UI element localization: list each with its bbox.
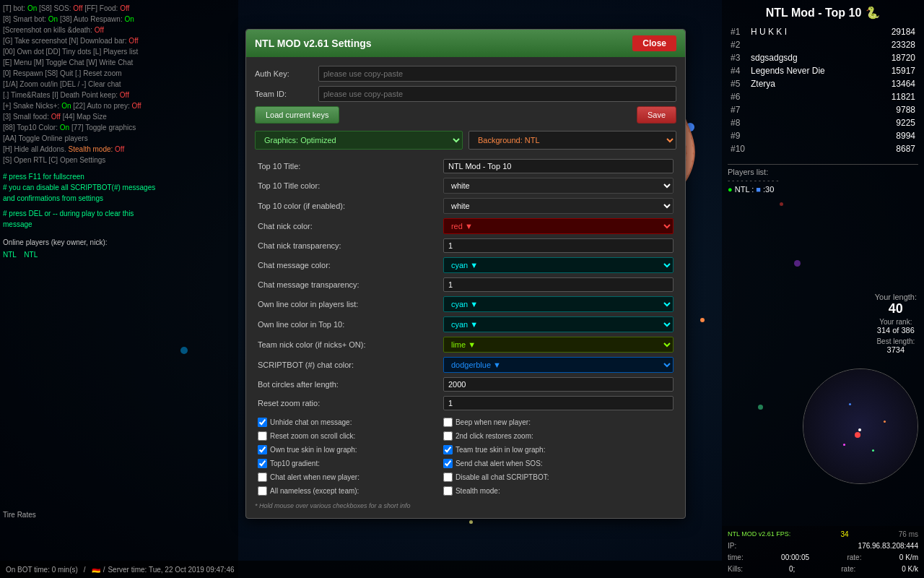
kills-label: Kills: [728, 564, 743, 575]
chat-nick-transparency-row: Chat nick transparency: [255, 236, 676, 255]
own-line-players-label: Own line color in players list: [255, 294, 440, 314]
chat-nick-transparency-input[interactable] [443, 238, 674, 253]
log-line-3: [Screenshot on kills &death: Off [3, 25, 235, 35]
top10-row-1: #1 H U K K I 29184 [728, 25, 918, 38]
close-button[interactable]: Close [632, 35, 676, 51]
top10-row-4: #4 Legends Never Die 15917 [728, 64, 918, 77]
graphics-dropdown[interactable]: Graphics: Optimized [255, 131, 463, 150]
own-line-top10-select[interactable]: cyan ▼ [443, 316, 674, 332]
top10-row-5: #5 Zterya 13464 [728, 77, 918, 90]
score-6: 11821 [892, 92, 915, 102]
minimap [803, 368, 918, 484]
team-id-input[interactable] [318, 86, 676, 102]
scriptbot-color-select[interactable]: dodgerblue ▼ [443, 357, 674, 373]
mm-dot [849, 403, 851, 405]
second-click-checkbox[interactable] [443, 431, 453, 441]
time-row: time: 00:00:05 rate: 0 K/m [728, 552, 918, 564]
auth-key-input[interactable] [318, 66, 676, 82]
online-players-header: Online players (key owner, nick): [3, 237, 235, 248]
your-rank-value: 314 of 386 [875, 326, 917, 335]
team-nick-color-select[interactable]: lime ▼ [443, 337, 674, 353]
own-line-top10-label: Own line color in Top 10: [255, 314, 440, 335]
own-line-players-select[interactable]: cyan ▼ [443, 296, 674, 312]
auth-key-label: Auth Key: [255, 69, 313, 78]
own-line-players-cell: cyan ▼ [440, 294, 676, 314]
top10-title-row: Top 10 Title: [255, 157, 676, 176]
log-line-11: [3] Small food: Off [44] Map Size [3, 111, 235, 122]
chat-alert-new-player-checkbox[interactable] [258, 473, 267, 482]
top10-title-color-select[interactable]: white [443, 178, 674, 194]
mm-dot [884, 420, 886, 423]
your-length-value: 40 [875, 301, 917, 316]
stealth-mode-checkbox[interactable] [443, 486, 453, 496]
reset-scroll-2nd-row: Reset zoom on scroll click: 2nd click re… [255, 429, 676, 443]
beep-new-player-checkbox-row: Beep when new player: [443, 418, 674, 427]
stealth-mode-cell: Stealth mode: [440, 484, 676, 498]
unhide-chat-checkbox[interactable] [258, 418, 267, 427]
disable-all-chat-label: Disable all chat SCRIPTBOT: [456, 473, 549, 481]
own-true-skin-checkbox[interactable] [258, 445, 267, 454]
team-true-skin-checkbox[interactable] [443, 445, 453, 454]
beep-new-player-checkbox[interactable] [443, 418, 453, 427]
top10-title-label: Top 10 Title: [255, 157, 440, 176]
reset-zoom-scroll-cell: Reset zoom on scroll click: [255, 429, 440, 443]
top10-row-10: #10 8687 [728, 142, 918, 155]
minimap-inner [803, 369, 918, 483]
log-line-8: [1/A] Zoom out/in [DEL / -] Clear chat [3, 79, 235, 90]
top10-color-label: Top 10 color (if enabled): [255, 196, 440, 216]
minimap-self-dot [858, 428, 861, 431]
save-button[interactable]: Save [637, 106, 676, 124]
your-length-section: Your length: 40 Your rank: 314 of 386 Be… [875, 293, 917, 354]
reset-zoom-scroll-checkbox[interactable] [258, 431, 267, 441]
top10-title-color-row: Top 10 Title color: white [255, 176, 676, 196]
team-nick-color-label: Team nick color (if nicks+ ON): [255, 335, 440, 355]
settings-table: Top 10 Title: Top 10 Title color: white … [255, 157, 676, 413]
reset-zoom-input[interactable] [443, 396, 674, 410]
rank-3: #3 [731, 53, 751, 63]
score-1: 29184 [892, 27, 915, 37]
background-dropdown[interactable]: Background: NTL [468, 131, 676, 150]
players-list-entry-1: ● NTL : ■ :30 [728, 184, 918, 194]
rank-6: #6 [731, 92, 751, 102]
chat-msg-transparency-input[interactable] [443, 277, 674, 292]
dropdowns-row: Graphics: Optimized Background: NTL [255, 131, 676, 150]
press-del-info: # press DEL or -- during play to clear t… [3, 208, 235, 230]
rank-8: #8 [731, 118, 751, 128]
rate2-value: 0 K/k [902, 564, 918, 575]
chat-nick-color-select[interactable]: red ▼ [443, 218, 674, 234]
time-label: time: [728, 552, 744, 564]
top10-row-8: #8 9225 [728, 116, 918, 129]
log-line-14: [H] Hide all Addons. Stealth mode: Off [3, 144, 235, 155]
player-entry-text: NTL : [735, 185, 757, 194]
beep-new-player-cell: Beep when new player: [440, 415, 676, 429]
all-nameless-checkbox[interactable] [258, 486, 267, 496]
modal-body: Auth Key: Team ID: Load current keys Sav… [246, 57, 685, 518]
disable-all-chat-checkbox[interactable] [443, 473, 453, 482]
top10-gradient-checkbox[interactable] [258, 459, 267, 468]
message-line: message [3, 219, 235, 230]
send-chat-alert-checkbox[interactable] [443, 459, 453, 468]
chat-alert-new-player-label: Chat alert when new player: [270, 473, 359, 481]
top10-color-select[interactable]: white [443, 198, 674, 214]
name-10 [751, 144, 896, 154]
reset-zoom-cell [440, 394, 676, 413]
mm-dot [843, 444, 845, 446]
own-true-skin-label: Own true skin in low graph: [270, 446, 357, 454]
top10-row-2: #2 23328 [728, 38, 918, 51]
bottom-separator2: / [103, 566, 105, 574]
mm-dot [872, 449, 874, 452]
ip-value: 176.96.83.208:444 [858, 540, 918, 552]
footer-note: * Hold mouse over various checkboxes for… [255, 502, 676, 509]
kills-row: Kills: 0; rate: 0 K/k [728, 564, 918, 575]
modal-header: NTL MOD v2.61 Settings Close [246, 30, 685, 57]
bot-circles-input[interactable] [443, 377, 674, 392]
score-2: 23328 [892, 40, 915, 50]
team-nick-color-row: Team nick color (if nicks+ ON): lime ▼ [255, 335, 676, 355]
load-keys-button[interactable]: Load current keys [255, 106, 339, 124]
chat-msg-color-select[interactable]: cyan ▼ [443, 257, 674, 273]
auth-key-row: Auth Key: [255, 66, 676, 82]
all-nameless-checkbox-row: All nameless (except team): [258, 486, 437, 496]
players-list-header: Players list: [728, 164, 918, 176]
log-line-9: [.] Time&Rates [I] Death Point keep: Off [3, 90, 235, 100]
top10-title-input[interactable] [443, 159, 674, 173]
